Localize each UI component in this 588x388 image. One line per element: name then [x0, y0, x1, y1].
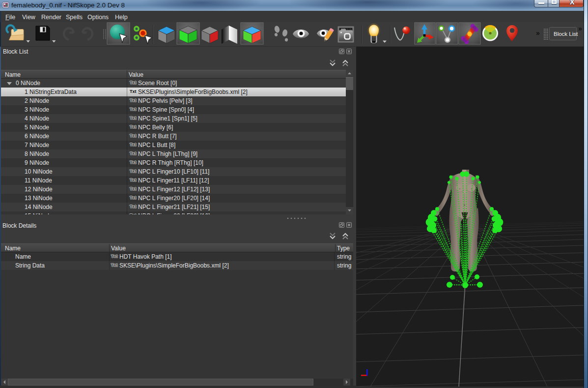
- svg-text:»: »: [536, 29, 540, 37]
- svg-text:Block List: Block List: [554, 31, 578, 37]
- svg-text:»: »: [578, 25, 582, 32]
